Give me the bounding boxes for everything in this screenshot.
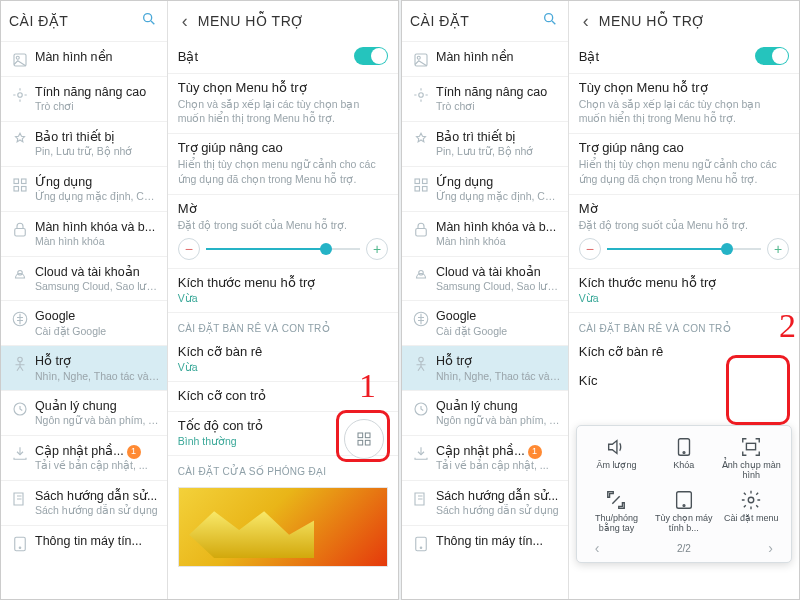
callout-number-2: 2 — [779, 307, 796, 345]
sidebar-title: Thông tin máy tín... — [436, 533, 562, 549]
opacity-row[interactable]: Mờ Đặt độ trong suốt của Menu hỗ trợ. − … — [569, 195, 799, 269]
sidebar-icon — [5, 174, 35, 194]
plus-button[interactable]: + — [366, 238, 388, 260]
sidebar-sub: Cài đặt Google — [436, 325, 562, 339]
sidebar-item-6[interactable]: GoogleCài đặt Google — [1, 300, 167, 345]
sidebar-item-3[interactable]: Ứng dụngỨng dụng mặc định, Cấp qu... — [402, 166, 568, 211]
help-row[interactable]: Trợ giúp nâng cao Hiển thị tùy chọn menu… — [168, 134, 398, 194]
option-menu-row[interactable]: Tùy chọn Menu hỗ trợ Chọn và sắp xếp lại… — [569, 74, 799, 134]
row-title: Kích thước menu hỗ trợ — [579, 275, 789, 290]
back-icon[interactable]: ‹ — [575, 11, 597, 32]
sidebar-item-6[interactable]: GoogleCài đặt Google — [402, 300, 568, 345]
popup-zoom[interactable]: Thu/phóng bằng tay — [583, 485, 650, 538]
callout-number-1: 1 — [359, 367, 376, 405]
row-title: Kích cỡ bàn rê — [178, 344, 388, 359]
svg-point-38 — [683, 505, 685, 507]
sidebar-item-7[interactable]: Hỗ trợNhìn, Nghe, Thao tác và tươ... — [1, 345, 167, 390]
menu-title: MENU HỖ TRỢ — [196, 13, 392, 29]
sidebar-item-5[interactable]: Cloud và tài khoảnSamsung Cloud, Sao lưu… — [402, 256, 568, 301]
svg-rect-27 — [416, 228, 427, 236]
sidebar-item-11[interactable]: Thông tin máy tín... — [402, 525, 568, 560]
search-icon[interactable] — [538, 11, 562, 31]
sidebar-title: Màn hình khóa và b... — [436, 219, 562, 235]
sidebar-sub: Trò chơi — [436, 100, 562, 114]
settings-list: Màn hình nềnTính năng nâng caoTrò chơiBả… — [1, 41, 167, 599]
sidebar-item-9[interactable]: Cập nhật phầ...1Tải về bản cập nhật, ... — [1, 435, 167, 480]
sidebar-title: Tính năng nâng cao — [436, 84, 562, 100]
row-sub: Đặt độ trong suốt của Menu hỗ trợ. — [178, 218, 388, 232]
popup-prev[interactable]: ‹ — [595, 540, 600, 556]
settings-list: Màn hình nềnTính năng nâng caoTrò chơiBả… — [402, 41, 568, 599]
popup-settings[interactable]: Cài đặt menu — [718, 485, 785, 538]
popup-tablet[interactable]: Tùy chọn máy tính b... — [650, 485, 717, 538]
row-sub: Hiển thị tùy chọn menu ngữ cảnh cho các … — [579, 157, 789, 185]
popup-label: Khóa — [673, 461, 694, 471]
sidebar-item-2[interactable]: Bảo trì thiết bịPin, Lưu trữ, Bộ nhớ — [1, 121, 167, 166]
menu-title: MENU HỖ TRỢ — [597, 13, 793, 29]
row-sub: Chọn và sắp xếp lại các tùy chọn bạn muố… — [178, 97, 388, 125]
opacity-row[interactable]: Mờ Đặt độ trong suốt của Menu hỗ trợ. − … — [168, 195, 398, 269]
svg-point-21 — [417, 56, 420, 59]
sidebar-icon — [406, 353, 436, 373]
row-title: Tùy chọn Menu hỗ trợ — [579, 80, 789, 95]
row-title: Mờ — [178, 201, 388, 216]
sidebar-title: Cập nhật phầ...1 — [35, 443, 161, 459]
sidebar-item-10[interactable]: Sách hướng dẫn sử...Sách hướng dẫn sử dụ… — [1, 480, 167, 525]
sidebar-item-0[interactable]: Màn hình nền — [402, 41, 568, 76]
sidebar-item-7[interactable]: Hỗ trợNhìn, Nghe, Thao tác và tươ... — [402, 345, 568, 390]
popup-lock[interactable]: Khóa — [650, 432, 717, 485]
svg-rect-6 — [14, 186, 19, 191]
sidebar-item-2[interactable]: Bảo trì thiết bịPin, Lưu trữ, Bộ nhớ — [402, 121, 568, 166]
popup-screenshot[interactable]: Ảnh chụp màn hình — [718, 432, 785, 485]
sidebar-sub: Ứng dụng mặc định, Cấp qu... — [35, 190, 161, 204]
sidebar-icon — [406, 129, 436, 149]
svg-rect-25 — [415, 186, 420, 191]
sidebar-sub: Sách hướng dẫn sử dụng — [436, 504, 562, 518]
sidebar-sub: Trò chơi — [35, 100, 161, 114]
sidebar-sub: Màn hình khóa — [35, 235, 161, 249]
popup-next[interactable]: › — [768, 540, 773, 556]
sidebar-icon — [406, 219, 436, 239]
help-row[interactable]: Trợ giúp nâng cao Hiển thị tùy chọn menu… — [569, 134, 799, 194]
callout-box-2 — [726, 355, 790, 425]
size-row[interactable]: Kích thước menu hỗ trợ Vừa — [569, 269, 799, 313]
popup-label: Âm lượng — [596, 461, 636, 471]
svg-rect-26 — [423, 186, 428, 191]
sidebar-icon — [406, 49, 436, 69]
svg-point-35 — [683, 452, 685, 454]
sidebar-icon — [5, 264, 35, 284]
sidebar-icon — [5, 488, 35, 508]
sidebar-item-8[interactable]: Quản lý chungNgôn ngữ và bàn phím, Thờ..… — [1, 390, 167, 435]
popup-volume[interactable]: Âm lượng — [583, 432, 650, 485]
sidebar-title: Google — [35, 308, 161, 324]
sidebar-item-1[interactable]: Tính năng nâng caoTrò chơi — [402, 76, 568, 121]
sidebar-item-5[interactable]: Cloud và tài khoảnSamsung Cloud, Sao lưu… — [1, 256, 167, 301]
sidebar-item-0[interactable]: Màn hình nền — [1, 41, 167, 76]
sidebar-item-11[interactable]: Thông tin máy tín... — [1, 525, 167, 560]
sidebar-item-1[interactable]: Tính năng nâng caoTrò chơi — [1, 76, 167, 121]
sidebar-sub: Ứng dụng mặc định, Cấp qu... — [436, 190, 562, 204]
svg-point-22 — [419, 93, 424, 98]
sidebar-item-8[interactable]: Quản lý chungNgôn ngữ và bàn phím, Thờ..… — [402, 390, 568, 435]
opacity-slider[interactable] — [607, 248, 761, 250]
search-icon[interactable] — [137, 11, 161, 31]
option-menu-row[interactable]: Tùy chọn Menu hỗ trợ Chọn và sắp xếp lại… — [168, 74, 398, 134]
sidebar-title: Ứng dụng — [35, 174, 161, 190]
on-toggle[interactable] — [354, 47, 388, 65]
plus-button[interactable]: + — [767, 238, 789, 260]
sidebar-item-9[interactable]: Cập nhật phầ...1Tải về bản cập nhật, ... — [402, 435, 568, 480]
minus-button[interactable]: − — [579, 238, 601, 260]
sidebar-item-3[interactable]: Ứng dụngỨng dụng mặc định, Cấp qu... — [1, 166, 167, 211]
size-row[interactable]: Kích thước menu hỗ trợ Vừa — [168, 269, 398, 313]
minus-button[interactable]: − — [178, 238, 200, 260]
sidebar-item-4[interactable]: Màn hình khóa và b...Màn hình khóa — [1, 211, 167, 256]
sidebar-item-4[interactable]: Màn hình khóa và b...Màn hình khóa — [402, 211, 568, 256]
back-icon[interactable]: ‹ — [174, 11, 196, 32]
svg-rect-5 — [22, 179, 27, 184]
row-title: Trợ giúp nâng cao — [178, 140, 388, 155]
sidebar-item-10[interactable]: Sách hướng dẫn sử...Sách hướng dẫn sử dụ… — [402, 480, 568, 525]
update-badge: 1 — [127, 445, 141, 459]
on-toggle[interactable] — [755, 47, 789, 65]
sidebar-icon — [5, 443, 35, 463]
opacity-slider[interactable] — [206, 248, 360, 250]
